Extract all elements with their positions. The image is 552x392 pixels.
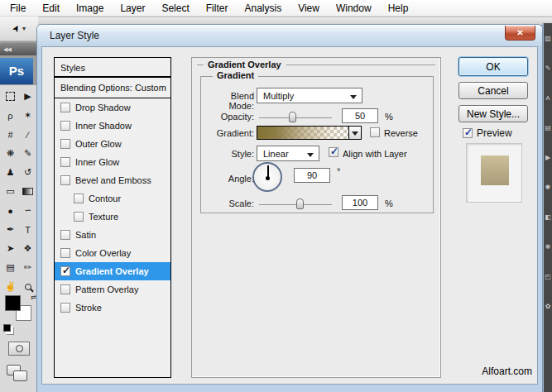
- ok-button-label: OK: [486, 61, 500, 73]
- opacity-field[interactable]: 50: [342, 108, 378, 123]
- styles-item-inner-glow[interactable]: Inner Glow: [55, 153, 170, 171]
- dock-icon[interactable]: ▤: [545, 124, 551, 131]
- menu-item-file[interactable]: File: [2, 2, 34, 14]
- rectangular-marquee-tool[interactable]: [2, 87, 19, 106]
- blur-tool[interactable]: ●: [2, 201, 19, 220]
- align-with-layer-label: Align with Layer: [343, 149, 407, 159]
- checkbox[interactable]: [74, 194, 84, 203]
- brush-icon: ✎: [24, 148, 31, 159]
- toolbox-collapse-bar[interactable]: ◀◀: [0, 43, 38, 55]
- menu-item-edit[interactable]: Edit: [34, 2, 68, 14]
- lasso-tool[interactable]: ρ: [2, 106, 19, 125]
- dock-icon[interactable]: ✿: [545, 303, 551, 310]
- checkbox[interactable]: [60, 121, 70, 131]
- brush-tool[interactable]: ✎: [19, 144, 36, 163]
- dock-icon[interactable]: ▶: [545, 154, 550, 161]
- custom-shape-tool[interactable]: ❖: [19, 239, 36, 258]
- foreground-color-swatch[interactable]: [5, 295, 21, 311]
- styles-item-stroke[interactable]: Stroke: [55, 299, 170, 317]
- styles-item-drop-shadow[interactable]: Drop Shadow: [55, 98, 170, 117]
- styles-item-inner-shadow[interactable]: Inner Shadow: [55, 117, 170, 135]
- styles-item-texture[interactable]: Texture: [55, 208, 170, 226]
- dock-icon[interactable]: ❋: [545, 243, 551, 251]
- menu-item-layer[interactable]: Layer: [112, 2, 153, 14]
- style-dropdown[interactable]: Linear: [257, 146, 319, 161]
- opacity-slider-thumb[interactable]: [289, 112, 296, 122]
- dialog-titlebar[interactable]: Layer Style: [37, 25, 542, 46]
- menu-item-help[interactable]: Help: [380, 2, 417, 14]
- ok-button[interactable]: OK: [458, 57, 528, 76]
- type-tool[interactable]: T: [19, 220, 36, 239]
- clone-stamp-tool[interactable]: ♟: [2, 163, 19, 182]
- angle-dial[interactable]: [252, 162, 282, 192]
- checkbox[interactable]: [60, 284, 70, 294]
- menu-item-window[interactable]: Window: [328, 2, 380, 14]
- checkbox[interactable]: [60, 175, 70, 185]
- gradient-tool[interactable]: [19, 182, 36, 201]
- swap-colors-icon[interactable]: ⇄: [31, 294, 36, 301]
- checkbox[interactable]: [60, 303, 70, 313]
- checkbox[interactable]: [74, 212, 84, 222]
- new-style-button[interactable]: New Style...: [458, 105, 528, 122]
- angle-field[interactable]: 90: [294, 168, 330, 183]
- styles-item-pattern-overlay[interactable]: Pattern Overlay: [55, 280, 170, 299]
- history-brush-tool[interactable]: ↺: [19, 163, 36, 182]
- dock-icon[interactable]: ▨: [545, 35, 551, 42]
- scale-field[interactable]: 100: [342, 195, 378, 210]
- checkbox[interactable]: [60, 139, 70, 149]
- default-colors-icon[interactable]: [3, 324, 11, 332]
- marquee-icon: [6, 92, 15, 101]
- menu-item-analysis[interactable]: Analysis: [236, 2, 290, 14]
- cancel-button[interactable]: Cancel: [458, 82, 528, 99]
- path-selection-tool[interactable]: ➤: [2, 239, 19, 258]
- styles-item-contour[interactable]: Contour: [55, 189, 170, 208]
- slice-tool[interactable]: ∕: [19, 125, 36, 144]
- quick-mask-button[interactable]: [8, 342, 30, 356]
- styles-item-outer-glow[interactable]: Outer Glow: [55, 135, 170, 153]
- healing-brush-tool[interactable]: ❋: [2, 144, 19, 163]
- dock-icon[interactable]: ✎: [545, 65, 551, 72]
- styles-item-color-overlay[interactable]: Color Overlay: [55, 244, 170, 262]
- gradient-preview[interactable]: [257, 126, 349, 140]
- preview-checkbox[interactable]: [463, 128, 473, 138]
- styles-item-gradient-overlay[interactable]: Gradient Overlay: [55, 262, 170, 280]
- screen-mode-button[interactable]: [7, 365, 31, 385]
- scale-slider-track[interactable]: [259, 204, 332, 205]
- menu-item-image[interactable]: Image: [68, 2, 112, 14]
- smudge-tool[interactable]: ∽: [19, 201, 36, 220]
- menu-item-select[interactable]: Select: [153, 2, 197, 14]
- dock-icon[interactable]: ✺: [545, 184, 551, 191]
- checkbox[interactable]: [60, 248, 70, 258]
- styles-item-blending-options[interactable]: Blending Options: Custom: [55, 78, 170, 98]
- eyedropper-tool[interactable]: ✏: [19, 258, 36, 277]
- crop-tool[interactable]: #: [2, 125, 19, 144]
- pen-tool[interactable]: ✒: [2, 220, 19, 239]
- checkbox[interactable]: [60, 266, 70, 276]
- styles-item-bevel-and-emboss[interactable]: Bevel and Emboss: [55, 171, 170, 189]
- eraser-tool[interactable]: ▭: [2, 182, 19, 201]
- move-tool[interactable]: ▶: [19, 87, 36, 106]
- notes-tool[interactable]: ▤: [2, 258, 19, 277]
- blend-mode-dropdown[interactable]: Multiply: [257, 88, 362, 103]
- checkbox[interactable]: [60, 103, 70, 112]
- preview-toggle: Preview: [463, 127, 512, 139]
- align-with-layer-checkbox[interactable]: [329, 147, 338, 157]
- options-bar-tool[interactable]: ➤ ▾: [0, 17, 38, 41]
- gradient-picker-arrow[interactable]: [349, 126, 362, 140]
- styles-list-header: Styles: [55, 58, 170, 78]
- magic-wand-tool[interactable]: ✶: [19, 106, 36, 125]
- dock-icon[interactable]: ◧: [545, 213, 551, 221]
- close-button[interactable]: ✕: [505, 26, 535, 41]
- menu-item-filter[interactable]: Filter: [198, 2, 237, 14]
- dock-icon[interactable]: A: [545, 94, 550, 102]
- reverse-checkbox[interactable]: [370, 127, 380, 137]
- scale-slider-thumb[interactable]: [296, 198, 304, 209]
- checkbox[interactable]: [60, 157, 70, 167]
- styles-item-satin[interactable]: Satin: [55, 226, 170, 244]
- move-tool-icon: ➤: [10, 22, 23, 34]
- checkbox[interactable]: [60, 230, 70, 240]
- menu-item-view[interactable]: View: [290, 2, 328, 14]
- history-brush-icon: ↺: [24, 167, 31, 178]
- dock-icon[interactable]: ◰: [545, 273, 551, 280]
- gradient-group: Gradient Blend Mode: Multiply Opacity: 5…: [200, 76, 434, 213]
